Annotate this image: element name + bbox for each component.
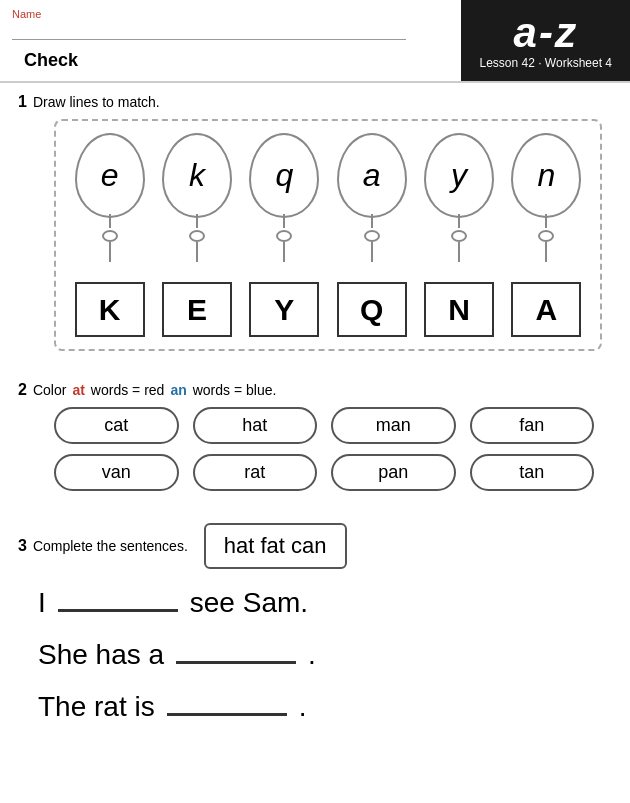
svg-point-5 [539, 231, 553, 241]
balloon-k: k [162, 133, 232, 218]
word-cat: cat [54, 407, 179, 444]
balloon-item-e: e [75, 133, 145, 266]
sentence1-part2: see Sam. [190, 587, 308, 619]
sentence1-part1: I [38, 587, 46, 619]
sentence1-blank[interactable] [58, 609, 178, 612]
word-bank: hat fat can [204, 523, 347, 569]
balloon-string-k [196, 242, 198, 262]
sentence2-part2: . [308, 639, 316, 671]
word-tan: tan [470, 454, 595, 491]
name-line [12, 22, 406, 40]
section1-instruction: Draw lines to match. [33, 94, 160, 110]
sentence3-part1: The rat is [38, 691, 155, 723]
letter-box-Y: Y [249, 282, 319, 337]
az-title: a-z [514, 12, 578, 54]
sentence2: She has a . [38, 639, 612, 671]
balloon-n: n [511, 133, 581, 218]
sentence3-part2: . [299, 691, 307, 723]
sentence3: The rat is . [38, 691, 612, 723]
section1-number: 1 [18, 93, 27, 111]
svg-point-2 [277, 231, 291, 241]
word-rat: rat [193, 454, 318, 491]
sentence2-part1: She has a [38, 639, 164, 671]
balloons-row: e k q a [66, 133, 590, 266]
header: Name Check a-z Lesson 42 · Worksheet 4 [0, 0, 630, 83]
section3: 3 Complete the sentences. hat fat can I … [0, 513, 630, 753]
balloon-y: y [424, 133, 494, 218]
balloon-item-y: y [424, 133, 494, 266]
balloon-string-e [109, 242, 111, 262]
balloon-a: a [337, 133, 407, 218]
balloon-string-y [458, 242, 460, 262]
az-badge: a-z Lesson 42 · Worksheet 4 [461, 0, 630, 81]
word-hat: hat [193, 407, 318, 444]
balloon-knot-n [537, 230, 555, 242]
letter-box-K: K [75, 282, 145, 337]
balloon-e: e [75, 133, 145, 218]
section2-instruction-prefix: Color [33, 382, 66, 398]
letters-row: K E Y Q N A [66, 282, 590, 337]
letter-box-A: A [511, 282, 581, 337]
name-section: Name Check [0, 0, 461, 81]
az-subtitle: Lesson 42 · Worksheet 4 [479, 56, 612, 70]
balloon-item-k: k [162, 133, 232, 266]
svg-point-4 [452, 231, 466, 241]
at-word-label: at [72, 382, 84, 398]
section2: 2 Color at words = red an words = blue. … [0, 371, 630, 513]
letter-box-E: E [162, 282, 232, 337]
balloon-knot-k [188, 230, 206, 242]
name-label: Name [12, 8, 449, 20]
an-word-label: an [170, 382, 186, 398]
sentence3-blank[interactable] [167, 713, 287, 716]
svg-point-0 [103, 231, 117, 241]
letter-box-N: N [424, 282, 494, 337]
sentence2-blank[interactable] [176, 661, 296, 664]
check-label: Check [12, 46, 449, 77]
balloon-item-a: a [337, 133, 407, 266]
balloon-item-n: n [511, 133, 581, 266]
section2-instruction-end: words = blue. [193, 382, 277, 398]
svg-point-3 [365, 231, 379, 241]
balloon-item-q: q [249, 133, 319, 266]
section3-instruction: Complete the sentences. [33, 538, 188, 554]
section3-header: 3 Complete the sentences. hat fat can [18, 523, 612, 569]
words-grid: cat hat man fan van rat pan tan [54, 407, 594, 491]
sentence1: I see Sam. [38, 587, 612, 619]
section1: 1 Draw lines to match. e k q [0, 83, 630, 371]
balloon-knot-e [101, 230, 119, 242]
section2-number: 2 [18, 381, 27, 399]
svg-point-1 [190, 231, 204, 241]
section2-instruction-mid: words = red [91, 382, 165, 398]
word-fan: fan [470, 407, 595, 444]
balloon-knot-q [275, 230, 293, 242]
balloon-string-n [545, 242, 547, 262]
balloon-knot-a [363, 230, 381, 242]
letter-box-Q: Q [337, 282, 407, 337]
balloon-matching-area: e k q a [54, 119, 602, 351]
balloon-string-q [283, 242, 285, 262]
word-van: van [54, 454, 179, 491]
balloon-q: q [249, 133, 319, 218]
word-man: man [331, 407, 456, 444]
section3-number: 3 [18, 537, 27, 555]
balloon-string-a [371, 242, 373, 262]
word-pan: pan [331, 454, 456, 491]
section2-title: 2 Color at words = red an words = blue. [18, 381, 612, 399]
balloon-knot-y [450, 230, 468, 242]
section1-title: 1 Draw lines to match. [18, 93, 612, 111]
